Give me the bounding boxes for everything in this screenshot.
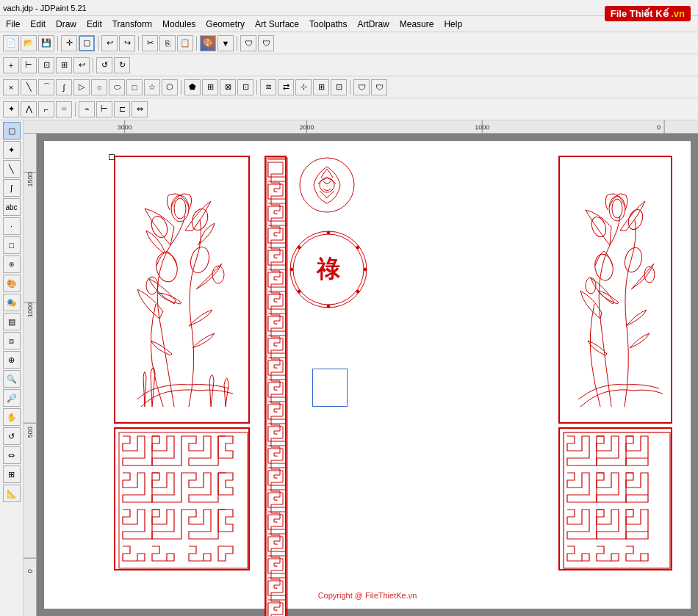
shield1-btn[interactable]: 🛡 [240,35,256,51]
select-tool[interactable]: ▢ [3,122,21,139]
sel2-btn[interactable]: × [3,79,19,95]
lotus-left-svg [115,157,251,425]
circle-btn[interactable]: ○ [91,79,107,95]
rect-tool[interactable]: □ [3,236,21,254]
line-btn[interactable]: ╲ [21,79,37,95]
layer-tool[interactable]: ▤ [3,313,21,330]
circle-tool[interactable]: ⊛ [3,256,21,273]
open-btn[interactable]: 📂 [21,35,37,51]
menu-file[interactable]: File [1,18,24,31]
sep6 [93,58,93,73]
snap1-btn[interactable]: + [3,57,19,73]
line-tool[interactable]: ╲ [3,160,21,178]
position-indicator [109,154,115,160]
snap4-btn[interactable]: ⊞ [56,57,72,73]
new-btn[interactable]: 📄 [3,35,19,51]
app-title: vach.jdp - JDPaint 5.21 [3,4,87,12]
fill-btn[interactable]: ▼ [217,35,234,51]
menu-modules[interactable]: Modules [158,18,200,31]
smooth-btn[interactable]: ⌔ [56,101,72,117]
sep4 [196,36,197,51]
canvas[interactable]: 祿 [37,134,698,616]
tb3-15[interactable]: ≋ [260,79,276,95]
copy-btn[interactable]: ⎘ [159,35,176,51]
text-tool[interactable]: abc [3,198,21,216]
array-tool[interactable]: ⊞ [3,465,21,483]
zoom-out-tool[interactable]: 🔎 [3,389,21,407]
select-btn[interactable]: ▢ [79,35,95,51]
zoom-in-tool[interactable]: 🔍 [3,370,21,388]
tb2-6[interactable]: ↺ [96,57,112,73]
tan-btn[interactable]: ⋀ [21,101,37,117]
snap5-btn[interactable]: ↩ [73,57,90,73]
offset-btn[interactable]: ⊏ [114,101,130,117]
tb3-11[interactable]: ⬟ [184,79,201,95]
ellipse-btn[interactable]: ⬭ [109,79,125,95]
menu-transform[interactable]: Transform [108,18,156,31]
svg-point-15 [356,246,359,249]
tb2-7[interactable]: ↻ [114,57,130,73]
color-tool[interactable]: 🎭 [3,294,21,311]
move-btn[interactable]: ▷ [73,79,90,95]
tb3-18[interactable]: ⊞ [313,79,329,95]
svg-point-19 [298,290,301,293]
panel-right-bot [558,427,672,570]
tb3-12[interactable]: ⊞ [202,79,218,95]
tb3-14[interactable]: ⊡ [237,79,253,95]
menu-geometry[interactable]: Geometry [201,18,249,31]
curve-btn[interactable]: ∫ [56,79,72,95]
extend-btn[interactable]: ⊢ [96,101,112,117]
tb3-shield1[interactable]: 🛡 [353,79,370,95]
v-ruler-canvas [24,134,37,616]
star-btn[interactable]: ☆ [144,79,160,95]
corner-btn[interactable]: ⌐ [38,101,54,117]
point-tool[interactable]: · [3,217,21,235]
curve-tool[interactable]: ∫ [3,179,21,197]
color-btn[interactable]: 🎨 [200,35,216,51]
menu-draw[interactable]: Draw [51,18,81,31]
tb3-19[interactable]: ⊡ [331,79,347,95]
cut-btn[interactable]: ✂ [142,35,158,51]
tb3-16[interactable]: ⇄ [278,79,294,95]
rect-btn[interactable]: □ [126,79,143,95]
trim-btn[interactable]: ⌁ [79,101,95,117]
copyright-text: Copyright @ FileThietKe.vn [318,591,417,600]
menu-artdraw[interactable]: ArtDraw [353,18,393,31]
fill-tool[interactable]: 🎨 [3,275,21,292]
tb3-17[interactable]: ⊹ [295,79,312,95]
menu-measure[interactable]: Measure [395,18,439,31]
pan-tool[interactable]: ✋ [3,408,21,426]
menu-edit2[interactable]: Edit [82,18,107,31]
redo-btn[interactable]: ↪ [119,35,135,51]
menu-bar: File Edit Draw Edit Transform Modules Ge… [0,16,698,32]
cursor-btn[interactable]: ✛ [61,35,77,51]
menu-edit[interactable]: Edit [26,18,50,31]
measure-tool[interactable]: 📐 [3,485,21,502]
node-btn[interactable]: ✦ [3,101,19,117]
sep8 [256,80,257,95]
snap-tool[interactable]: ⊕ [3,351,21,369]
mirror-btn[interactable]: ⇔ [132,101,148,117]
rotate-tool[interactable]: ↺ [3,427,21,445]
shield2-btn[interactable]: 🛡 [258,35,274,51]
node-tool[interactable]: ✦ [3,141,21,159]
tb3-13[interactable]: ⊠ [220,79,236,95]
mirror-tool[interactable]: ⇔ [3,446,21,464]
svg-point-1 [174,198,186,219]
group-tool[interactable]: ⧈ [3,332,21,349]
svg-text:祿: 祿 [317,256,340,282]
svg-point-6 [146,277,158,294]
save-btn[interactable]: 💾 [38,35,54,51]
menu-help[interactable]: Help [439,18,467,31]
panel-left-top [114,156,250,424]
arc-btn[interactable]: ⌒ [38,79,54,95]
svg-point-27 [593,253,615,282]
paste-btn[interactable]: 📋 [177,35,193,51]
tb3-shield2[interactable]: 🛡 [371,79,387,95]
snap3-btn[interactable]: ⊡ [38,57,54,73]
menu-toolpaths[interactable]: Toolpaths [305,18,351,31]
menu-art-surface[interactable]: Art Surface [251,18,303,31]
undo-btn[interactable]: ↩ [101,35,118,51]
polygon-btn[interactable]: ⬡ [162,79,178,95]
snap2-btn[interactable]: ⊢ [21,57,37,73]
